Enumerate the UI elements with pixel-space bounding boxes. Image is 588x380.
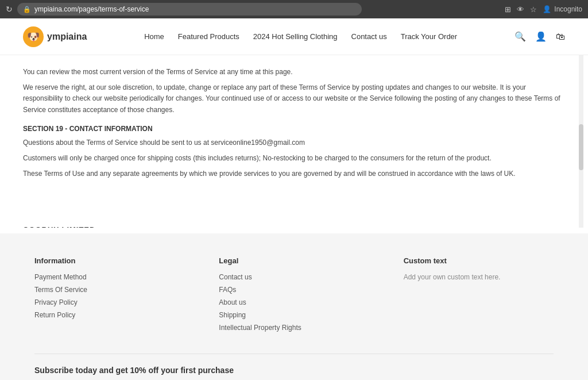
address-bar[interactable]: 🔒 ympiaina.com/pages/terms-of-service bbox=[17, 3, 362, 16]
search-icon[interactable]: 🔍 bbox=[514, 31, 526, 42]
company-section: COOBUY LIMITED Centenary Way, Manchester… bbox=[23, 214, 565, 228]
company-name: COOBUY LIMITED bbox=[23, 225, 565, 228]
main-content: You can review the most current version … bbox=[0, 55, 588, 228]
footer-custom-body: Add your own custom text here. bbox=[404, 273, 554, 281]
main-nav: Home Featured Products 2024 Hot Selling … bbox=[144, 32, 457, 41]
reload-button[interactable]: ↻ bbox=[6, 5, 13, 14]
nav-hot-selling[interactable]: 2024 Hot Selling Clothing bbox=[253, 32, 338, 41]
subscribe-section: Subscribe today and get 10% off your fir… bbox=[34, 354, 554, 380]
footer-legal-title: Legal bbox=[219, 256, 369, 265]
footer-col-legal: Legal Contact us FAQs About us Shipping … bbox=[219, 256, 369, 336]
footer-top: Information Payment Method Terms Of Serv… bbox=[34, 256, 554, 336]
footer-terms-of-service[interactable]: Terms Of Service bbox=[34, 286, 184, 294]
footer-col-custom: Custom text Add your own custom text her… bbox=[404, 256, 554, 336]
footer-faqs[interactable]: FAQs bbox=[219, 286, 369, 294]
site-footer: Information Payment Method Terms Of Serv… bbox=[0, 233, 588, 380]
footer-col-information: Information Payment Method Terms Of Serv… bbox=[34, 256, 184, 336]
star-icon[interactable]: ☆ bbox=[530, 5, 537, 14]
footer-return-policy[interactable]: Return Policy bbox=[34, 311, 184, 319]
paragraph3: Questions about the Terms of Service sho… bbox=[23, 137, 565, 148]
scrollbar-thumb[interactable] bbox=[579, 124, 583, 170]
footer-intellectual-property[interactable]: Intellectual Property Rights bbox=[219, 324, 369, 332]
paragraph1: You can review the most current version … bbox=[23, 67, 565, 78]
logo-icon: 🐶 bbox=[23, 26, 44, 47]
footer-information-title: Information bbox=[34, 256, 184, 265]
footer-contact-us[interactable]: Contact us bbox=[219, 273, 369, 281]
paragraph4: Customers will only be charged once for … bbox=[23, 153, 565, 164]
nav-featured[interactable]: Featured Products bbox=[178, 32, 239, 41]
lock-icon: 🔒 bbox=[23, 6, 31, 13]
footer-custom-title: Custom text bbox=[404, 256, 554, 265]
account-icon[interactable]: 👤 bbox=[535, 31, 547, 42]
logo-text: ympiaina bbox=[47, 32, 87, 42]
incognito-icon: 👤 bbox=[543, 5, 551, 13]
subscribe-title: Subscribe today and get 10% off your fir… bbox=[34, 366, 554, 375]
paragraph5: These Terms of Use and any separate agre… bbox=[23, 168, 565, 179]
logo-area[interactable]: 🐶 ympiaina bbox=[23, 26, 87, 47]
incognito-label: Incognito bbox=[554, 5, 582, 13]
browser-actions: ⊞ 👁 ☆ 👤 Incognito bbox=[505, 5, 582, 14]
footer-shipping[interactable]: Shipping bbox=[219, 311, 369, 319]
eye-icon[interactable]: 👁 bbox=[517, 5, 524, 14]
grid-icon[interactable]: ⊞ bbox=[505, 5, 511, 14]
url-text: ympiaina.com/pages/terms-of-service bbox=[34, 5, 149, 13]
nav-track[interactable]: Track Your Order bbox=[401, 32, 458, 41]
scrollbar-track[interactable] bbox=[579, 55, 583, 228]
nav-contact[interactable]: Contact us bbox=[351, 32, 387, 41]
browser-chrome: ↻ 🔒 ympiaina.com/pages/terms-of-service … bbox=[0, 0, 588, 18]
incognito-badge: 👤 Incognito bbox=[543, 5, 582, 13]
paragraph2: We reserve the right, at our sole discre… bbox=[23, 82, 565, 116]
footer-privacy-policy[interactable]: Privacy Policy bbox=[34, 298, 184, 306]
nav-home[interactable]: Home bbox=[144, 32, 164, 41]
cart-icon[interactable]: 🛍 bbox=[556, 32, 565, 42]
footer-payment-method[interactable]: Payment Method bbox=[34, 273, 184, 281]
section-heading: SECTION 19 - CONTACT INFORMATION bbox=[23, 125, 565, 133]
site-header: 🐶 ympiaina Home Featured Products 2024 H… bbox=[0, 18, 588, 55]
header-icons: 🔍 👤 🛍 bbox=[514, 31, 565, 42]
footer-about-us[interactable]: About us bbox=[219, 298, 369, 306]
